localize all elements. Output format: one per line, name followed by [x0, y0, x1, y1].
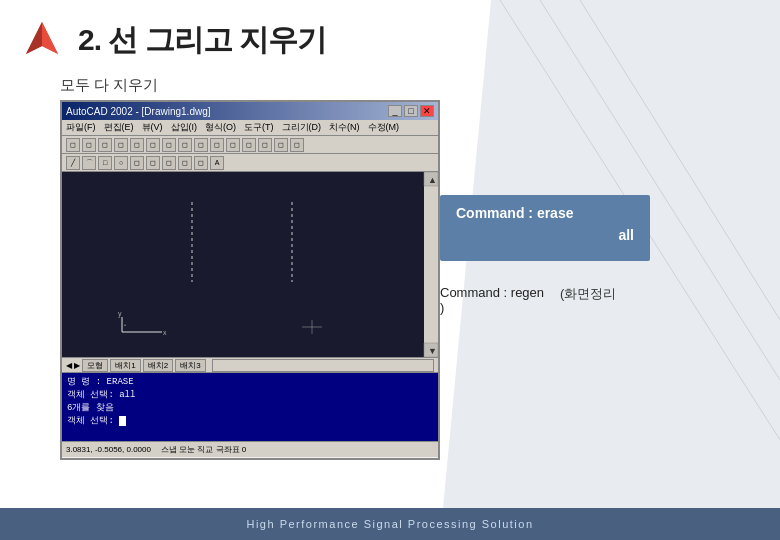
toolbar-btn-9[interactable]: ◻ [194, 138, 208, 152]
status-modes: 스냅 모눈 직교 극좌표 0 [161, 444, 246, 455]
toolbar-2: ╱ ⌒ □ ○ ◻ ◻ ◻ ◻ ◻ A [62, 154, 438, 172]
svg-text:x: x [163, 329, 167, 336]
tab-bar: ◀ ▶ 모형 배치1 배치2 배치3 [62, 357, 438, 373]
toolbar-btn-8[interactable]: ◻ [178, 138, 192, 152]
toolbar-btn-6[interactable]: ◻ [146, 138, 160, 152]
menu-bar: 파일(F) 편집(E) 뷰(V) 삽입(I) 형식(O) 도구(T) 그리기(D… [62, 120, 438, 136]
svg-text:▲: ▲ [428, 175, 437, 185]
toolbar2-btn-3[interactable]: □ [98, 156, 112, 170]
logo-icon [20, 18, 64, 62]
toolbar-btn-14[interactable]: ◻ [274, 138, 288, 152]
toolbar-btn-4[interactable]: ◻ [114, 138, 128, 152]
drawing-canvas[interactable]: ▲ ▼ x y • [62, 172, 438, 357]
command-regen-box: Command : regen ) (화면정리 [440, 285, 616, 315]
svg-line-2 [580, 0, 780, 320]
status-bar: 3.0831, -0.5056, 0.0000 스냅 모눈 직교 극좌표 0 [62, 441, 438, 457]
toolbar-btn-15[interactable]: ◻ [290, 138, 304, 152]
page-title: 2. 선 그리고 지우기 [78, 20, 326, 61]
menu-view[interactable]: 뷰(V) [142, 121, 163, 134]
maximize-button[interactable]: □ [404, 105, 418, 117]
toolbar-btn-10[interactable]: ◻ [210, 138, 224, 152]
regen-note-text: (화면정리 [560, 285, 616, 303]
window-title: AutoCAD 2002 - [Drawing1.dwg] [66, 106, 211, 117]
toolbar-btn-12[interactable]: ◻ [242, 138, 256, 152]
cmd-line-4: 객체 선택: [67, 415, 433, 428]
svg-text:y: y [118, 310, 122, 318]
toolbar-1: ◻ ◻ ◻ ◻ ◻ ◻ ◻ ◻ ◻ ◻ ◻ ◻ ◻ ◻ ◻ [62, 136, 438, 154]
menu-insert[interactable]: 삽입(I) [171, 121, 198, 134]
toolbar-btn-11[interactable]: ◻ [226, 138, 240, 152]
menu-modify[interactable]: 수정(M) [368, 121, 400, 134]
toolbar-btn-2[interactable]: ◻ [82, 138, 96, 152]
tab-layout2[interactable]: 배치2 [143, 359, 173, 372]
menu-dim[interactable]: 치수(N) [329, 121, 360, 134]
window-controls: _ □ ✕ [388, 105, 434, 117]
autocad-window: AutoCAD 2002 - [Drawing1.dwg] _ □ ✕ 파일(F… [60, 100, 440, 460]
command-window[interactable]: 명 령 : ERASE 객체 선택: all 6개를 찾음 객체 선택: [62, 373, 438, 441]
tab-layout1[interactable]: 배치1 [110, 359, 140, 372]
page-subtitle: 모두 다 지우기 [60, 76, 158, 95]
svg-text:•: • [124, 322, 126, 328]
footer-text: High Performance Signal Processing Solut… [246, 518, 533, 530]
svg-text:▼: ▼ [428, 346, 437, 356]
cmd-line-3: 6개를 찾음 [67, 402, 433, 415]
toolbar2-btn-10[interactable]: A [210, 156, 224, 170]
toolbar2-btn-9[interactable]: ◻ [194, 156, 208, 170]
hscrollbar[interactable] [212, 359, 434, 372]
header: 2. 선 그리고 지우기 [20, 18, 326, 62]
svg-rect-3 [424, 172, 438, 357]
menu-tools[interactable]: 도구(T) [244, 121, 274, 134]
canvas-svg: ▲ ▼ x y • [62, 172, 438, 357]
toolbar2-btn-8[interactable]: ◻ [178, 156, 192, 170]
tab-model[interactable]: 모형 [82, 359, 108, 372]
menu-file[interactable]: 파일(F) [66, 121, 96, 134]
toolbar2-btn-5[interactable]: ◻ [130, 156, 144, 170]
footer: High Performance Signal Processing Solut… [0, 508, 780, 540]
toolbar-btn-1[interactable]: ◻ [66, 138, 80, 152]
toolbar-btn-5[interactable]: ◻ [130, 138, 144, 152]
toolbar2-btn-2[interactable]: ⌒ [82, 156, 96, 170]
toolbar-btn-13[interactable]: ◻ [258, 138, 272, 152]
erase-line1: Command : erase [456, 205, 634, 221]
toolbar2-btn-7[interactable]: ◻ [162, 156, 176, 170]
svg-line-1 [540, 0, 780, 380]
coordinates: 3.0831, -0.5056, 0.0000 [66, 445, 151, 454]
toolbar2-btn-1[interactable]: ╱ [66, 156, 80, 170]
window-titlebar: AutoCAD 2002 - [Drawing1.dwg] _ □ ✕ [62, 102, 438, 120]
minimize-button[interactable]: _ [388, 105, 402, 117]
close-button[interactable]: ✕ [420, 105, 434, 117]
menu-format[interactable]: 형식(O) [205, 121, 236, 134]
cmd-line-1: 명 령 : ERASE [67, 376, 433, 389]
cmd-line-2: 객체 선택: all [67, 389, 433, 402]
tab-layout3[interactable]: 배치3 [175, 359, 205, 372]
regen-main-text: Command : regen ) [440, 285, 544, 315]
toolbar2-btn-4[interactable]: ○ [114, 156, 128, 170]
nav-left[interactable]: ◀ ▶ [66, 361, 80, 370]
toolbar-btn-3[interactable]: ◻ [98, 138, 112, 152]
toolbar-btn-7[interactable]: ◻ [162, 138, 176, 152]
menu-draw[interactable]: 그리기(D) [282, 121, 322, 134]
menu-edit[interactable]: 편집(E) [104, 121, 134, 134]
command-erase-box: Command : erase all [440, 195, 650, 261]
erase-line2: all [456, 227, 634, 243]
toolbar2-btn-6[interactable]: ◻ [146, 156, 160, 170]
